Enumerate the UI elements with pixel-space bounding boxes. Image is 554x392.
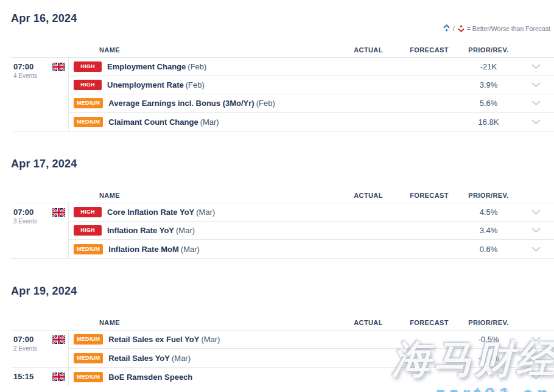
chevron-down-icon <box>531 81 541 90</box>
event-name: Inflation Rate YoY <box>107 226 174 235</box>
chevron-down-icon <box>531 63 541 72</box>
importance-badge: MEDIUM <box>74 353 103 363</box>
event-time: 07:00 <box>13 335 37 344</box>
event-time: 15:15 <box>13 372 33 381</box>
event-name: Inflation Rate MoM <box>108 245 179 254</box>
prior-value: -0.5% <box>460 335 517 344</box>
events-count: 4 Events <box>13 72 37 79</box>
event-name: Claimant Count Change <box>108 117 198 127</box>
col-header-forecast: FORECAST <box>399 192 460 199</box>
expand-row-button[interactable] <box>530 62 542 71</box>
event-row[interactable]: MEDIUM BoE Ramsden Speech <box>69 368 554 386</box>
event-period: (Mar) <box>172 354 191 363</box>
chevron-down-icon <box>531 373 541 382</box>
col-header-actual: ACTUAL <box>338 192 399 199</box>
chevron-down-icon <box>531 245 541 254</box>
event-name: Employment Change <box>107 62 186 71</box>
importance-badge: HIGH <box>74 225 102 236</box>
event-name: Average Earnings incl. Bonus (3Mo/Yr) <box>108 99 254 108</box>
col-header-actual: ACTUAL <box>338 46 399 54</box>
event-row[interactable]: MEDIUM Average Earnings incl. Bonus (3Mo… <box>69 94 554 113</box>
event-row[interactable]: HIGH Unemployment Rate (Feb) 3.9% <box>69 76 554 94</box>
prior-value: 0.6% <box>460 245 517 254</box>
economic-calendar-page: / = Better/Worse than Forecast Apr 16, 2… <box>0 11 554 392</box>
event-name: Unemployment Rate <box>107 80 184 89</box>
calendar-day-section: Apr 17, 2024 NAME ACTUAL FORECAST PRIOR/… <box>11 156 554 259</box>
time-group: 07:00 4 Events HIGH Employment Change (F… <box>11 58 554 131</box>
rows: HIGH Core Inflation Rate YoY (Mar) 4.5% … <box>68 203 554 258</box>
event-row[interactable]: HIGH Core Inflation Rate YoY (Mar) 4.5% <box>69 203 554 222</box>
col-header-name: NAME <box>68 46 338 54</box>
chevron-down-icon <box>531 208 541 217</box>
event-time: 07:00 <box>13 62 37 71</box>
expand-row-button[interactable] <box>530 245 542 254</box>
importance-badge: MEDIUM <box>74 98 103 108</box>
united-kingdom-flag-icon <box>52 208 65 217</box>
groups: 07:00 2 Events MEDIUM Retail Sales ex Fu… <box>11 331 554 386</box>
calendar-day-section: Apr 19, 2024 NAME ACTUAL FORECAST PRIOR/… <box>11 284 554 386</box>
expand-row-button[interactable] <box>530 226 542 235</box>
time-cell: 15:15 <box>11 368 68 386</box>
better-than-forecast-icon <box>443 24 451 32</box>
importance-badge: MEDIUM <box>74 244 103 254</box>
event-period: (Feb) <box>188 62 206 71</box>
time-group: 07:00 3 Events HIGH Core Inflation Rate … <box>11 203 554 259</box>
worse-than-forecast-icon <box>457 24 465 32</box>
col-header-actual: ACTUAL <box>338 319 399 326</box>
col-header-forecast: FORECAST <box>399 319 460 326</box>
prior-value: 16.8K <box>460 117 517 127</box>
events-count: 3 Events <box>13 218 37 225</box>
importance-badge: MEDIUM <box>74 117 103 127</box>
expand-row-button[interactable] <box>530 354 542 363</box>
united-kingdom-flag-icon <box>52 63 65 71</box>
col-header-prior: PRIOR/REV. <box>460 192 517 199</box>
prior-value: -21K <box>460 62 517 71</box>
expand-row-button[interactable] <box>530 208 542 217</box>
event-period: (Feb) <box>186 80 205 89</box>
legend-separator: / <box>453 25 455 32</box>
col-header-forecast: FORECAST <box>399 46 460 54</box>
time-cell: 07:00 4 Events <box>11 58 68 131</box>
date-heading: Apr 19, 2024 <box>11 284 554 298</box>
united-kingdom-flag-icon <box>52 335 65 344</box>
table-header-row: NAME ACTUAL FORECAST PRIOR/REV. <box>11 312 554 331</box>
date-heading: Apr 17, 2024 <box>11 156 554 171</box>
rows: MEDIUM Retail Sales ex Fuel YoY (Mar) -0… <box>68 331 554 367</box>
event-time: 07:00 <box>13 208 37 217</box>
expand-row-button[interactable] <box>530 335 542 344</box>
expand-row-button[interactable] <box>530 117 542 127</box>
time-group: 07:00 2 Events MEDIUM Retail Sales ex Fu… <box>11 331 554 368</box>
event-name: BoE Ramsden Speech <box>108 373 192 382</box>
event-name: Retail Sales YoY <box>108 354 170 363</box>
prior-value: 5.6% <box>460 99 517 108</box>
time-group: 15:15 MEDIUM BoE Ramsden Speech <box>11 368 554 386</box>
chevron-down-icon <box>531 354 541 363</box>
expand-row-button[interactable] <box>530 99 542 108</box>
calendar: Apr 16, 2024 NAME ACTUAL FORECAST PRIOR/… <box>0 11 554 386</box>
united-kingdom-flag-icon <box>52 373 65 381</box>
rows: MEDIUM BoE Ramsden Speech <box>68 368 554 386</box>
event-row[interactable]: MEDIUM Retail Sales YoY (Mar) -0.4% <box>69 349 554 367</box>
event-row[interactable]: MEDIUM Claimant Count Change (Mar) 16.8K <box>69 113 554 131</box>
event-period: (Mar) <box>176 226 195 235</box>
event-period: (Mar) <box>200 117 219 127</box>
expand-row-button[interactable] <box>530 373 542 382</box>
importance-badge: MEDIUM <box>74 334 103 345</box>
col-header-name: NAME <box>68 319 338 326</box>
expand-row-button[interactable] <box>530 80 542 89</box>
col-header-name: NAME <box>68 192 338 199</box>
chevron-down-icon <box>531 99 541 108</box>
event-period: (Mar) <box>201 335 220 344</box>
chevron-down-icon <box>531 335 541 345</box>
event-row[interactable]: HIGH Inflation Rate YoY (Mar) 3.4% <box>69 222 554 240</box>
chevron-down-icon <box>531 226 541 236</box>
event-row[interactable]: MEDIUM Inflation Rate MoM (Mar) 0.6% <box>69 240 554 258</box>
col-header-prior: PRIOR/REV. <box>460 319 517 326</box>
prior-value: -0.4% <box>460 354 517 363</box>
legend: / = Better/Worse than Forecast <box>443 24 550 32</box>
legend-text: = Better/Worse than Forecast <box>467 25 550 32</box>
event-row[interactable]: HIGH Employment Change (Feb) -21K <box>69 58 554 76</box>
event-row[interactable]: MEDIUM Retail Sales ex Fuel YoY (Mar) -0… <box>69 331 554 349</box>
event-name: Retail Sales ex Fuel YoY <box>108 335 199 344</box>
prior-value: 4.5% <box>460 208 517 217</box>
